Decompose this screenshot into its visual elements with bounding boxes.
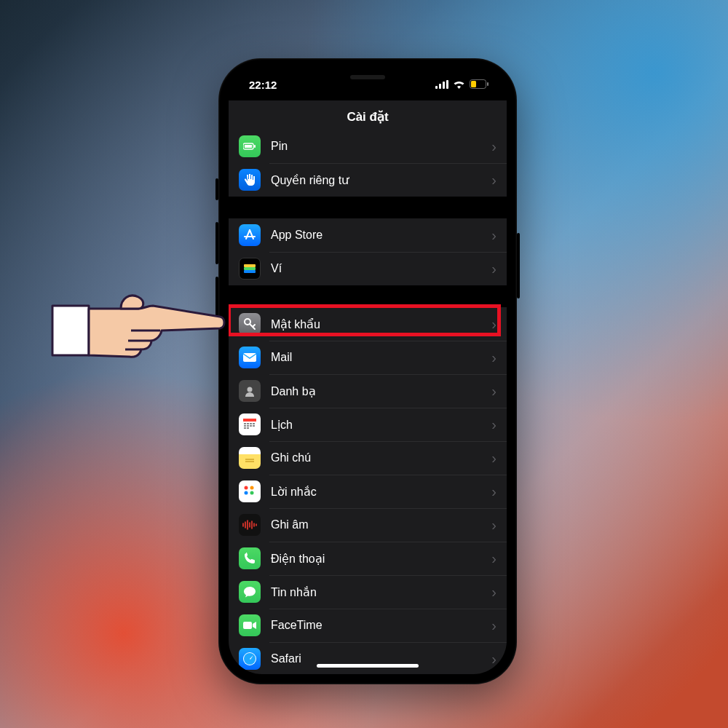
svg-rect-14 <box>243 353 256 362</box>
row-label: Điện thoại <box>271 552 491 566</box>
phone-frame: 22:12 Cài đặt <box>218 58 517 684</box>
settings-row-phone[interactable]: Điện thoại › <box>229 542 507 575</box>
settings-row-reminders[interactable]: Lời nhắc › <box>229 475 507 508</box>
notch <box>298 68 437 90</box>
chevron-right-icon: › <box>491 550 496 567</box>
chevron-right-icon: › <box>491 651 496 668</box>
cellular-icon <box>435 79 448 91</box>
row-label: App Store <box>271 229 491 242</box>
row-label: Ghi chú <box>271 451 491 464</box>
svg-rect-22 <box>247 425 249 427</box>
chevron-right-icon: › <box>491 261 496 277</box>
settings-row-notes[interactable]: Ghi chú › <box>229 441 507 475</box>
settings-row-contacts[interactable]: Danh bạ › <box>229 374 507 408</box>
svg-rect-18 <box>247 423 249 424</box>
contacts-icon <box>239 380 261 402</box>
power-button <box>517 233 520 298</box>
svg-rect-40 <box>243 622 252 629</box>
settings-row-calendar[interactable]: Lịch › <box>229 408 507 441</box>
waveform-icon <box>239 514 261 536</box>
settings-row-appstore[interactable]: App Store › <box>229 218 507 252</box>
row-label: Ví <box>271 262 491 275</box>
svg-rect-12 <box>244 270 256 273</box>
svg-rect-0 <box>435 86 438 89</box>
chevron-right-icon: › <box>491 349 496 366</box>
row-label: Quyền riêng tư <box>271 173 491 187</box>
chevron-right-icon: › <box>491 517 496 534</box>
row-label: FaceTime <box>271 619 491 632</box>
mail-icon <box>239 347 261 368</box>
home-indicator[interactable] <box>317 664 419 668</box>
chevron-right-icon: › <box>491 584 496 601</box>
svg-rect-9 <box>254 145 256 148</box>
settings-row-mail[interactable]: Mail › <box>229 341 507 374</box>
settings-row-facetime[interactable]: FaceTime › <box>229 609 507 642</box>
svg-rect-24 <box>253 425 255 427</box>
chevron-right-icon: › <box>491 416 496 433</box>
chevron-right-icon: › <box>491 138 496 155</box>
tutorial-background: 22:12 Cài đặt <box>0 0 728 728</box>
key-icon <box>239 313 261 335</box>
row-label: Mail <box>271 351 491 364</box>
chevron-right-icon: › <box>491 172 496 189</box>
svg-point-32 <box>250 491 254 495</box>
volume-up-button <box>215 222 218 264</box>
settings-row-battery[interactable]: Pin › <box>229 132 507 163</box>
svg-rect-8 <box>245 145 252 148</box>
row-label: Danh bạ <box>271 384 491 398</box>
svg-rect-5 <box>471 81 476 87</box>
svg-rect-3 <box>446 80 448 89</box>
pointing-hand-illustration <box>51 277 233 381</box>
settings-group: Mật khẩu › Mail › Danh bạ <box>229 307 507 674</box>
svg-point-29 <box>245 486 248 490</box>
chevron-right-icon: › <box>491 617 496 634</box>
messages-icon <box>239 581 261 603</box>
svg-rect-17 <box>244 423 246 424</box>
svg-rect-19 <box>250 423 252 424</box>
svg-rect-10 <box>244 264 256 267</box>
phone-icon <box>239 547 261 569</box>
settings-row-messages[interactable]: Tin nhắn › <box>229 575 507 609</box>
phone-screen: 22:12 Cài đặt <box>229 68 507 674</box>
row-label: Lịch <box>271 418 491 432</box>
svg-rect-6 <box>487 82 488 86</box>
battery-icon <box>470 79 489 91</box>
svg-rect-26 <box>247 427 249 429</box>
chevron-right-icon: › <box>491 316 496 333</box>
chevron-right-icon: › <box>491 483 496 500</box>
appstore-icon <box>239 224 261 246</box>
settings-row-passwords[interactable]: Mật khẩu › <box>229 307 507 341</box>
mute-switch <box>215 178 218 200</box>
row-label: Tin nhắn <box>271 585 491 599</box>
svg-rect-20 <box>253 423 255 424</box>
reminders-icon <box>239 480 261 502</box>
wallet-icon <box>239 258 261 280</box>
svg-rect-23 <box>250 425 252 427</box>
settings-row-privacy[interactable]: Quyền riêng tư › <box>229 163 507 197</box>
row-label: Mật khẩu <box>271 317 491 331</box>
status-time: 22:12 <box>249 79 277 91</box>
svg-point-15 <box>248 387 253 392</box>
svg-rect-43 <box>52 306 89 355</box>
svg-rect-25 <box>244 427 246 429</box>
wifi-icon <box>453 79 465 91</box>
chevron-right-icon: › <box>491 383 496 400</box>
settings-row-wallet[interactable]: Ví › <box>229 252 507 285</box>
facetime-icon <box>239 614 261 636</box>
chevron-right-icon: › <box>491 450 496 467</box>
page-title: Cài đặt <box>347 109 388 124</box>
settings-row-voice-memos[interactable]: Ghi âm › <box>229 508 507 542</box>
safari-icon <box>239 648 261 670</box>
svg-point-31 <box>250 486 254 490</box>
battery-icon <box>239 135 261 157</box>
settings-group: App Store › Ví › <box>229 218 507 285</box>
settings-group: Pin › Quyền riêng tư › <box>229 132 507 197</box>
settings-row-safari[interactable]: Safari › <box>229 642 507 674</box>
row-label: Ghi âm <box>271 518 491 531</box>
row-label: Pin <box>271 140 491 153</box>
chevron-right-icon: › <box>491 227 496 244</box>
hand-icon <box>239 169 261 191</box>
settings-list[interactable]: Pin › Quyền riêng tư › <box>229 132 507 674</box>
svg-rect-11 <box>244 267 256 270</box>
svg-rect-2 <box>443 82 445 89</box>
